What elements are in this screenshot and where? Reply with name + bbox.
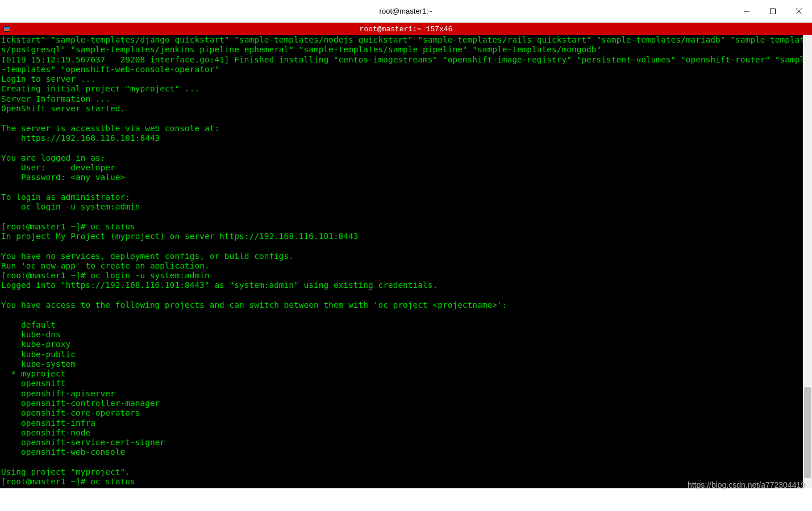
window-controls xyxy=(734,0,812,23)
terminal-line: kube-system xyxy=(1,359,811,369)
terminal-line: Password: <any value> xyxy=(1,173,811,182)
terminal-line: openshift-web-console xyxy=(1,447,811,457)
terminal-line: Creating initial project "myproject" ... xyxy=(1,84,811,94)
terminal-tab-icon xyxy=(2,25,11,33)
terminal-scrollbar[interactable] xyxy=(803,35,812,488)
terminal-line: The server is accessible via web console… xyxy=(1,124,811,133)
terminal-line: openshift xyxy=(1,379,811,388)
terminal-line: kube-proxy xyxy=(1,340,811,349)
window-titlebar: root@master1:~ xyxy=(0,0,812,23)
terminal-tab-bar: root@master1:~ 157x46 xyxy=(0,23,812,35)
svg-rect-1 xyxy=(771,9,776,14)
terminal-line: Login to server ... xyxy=(1,74,811,84)
terminal-line: [root@master1 ~]# oc status xyxy=(1,222,811,232)
terminal-line: openshift-node xyxy=(1,428,811,438)
terminal-line: You are logged in as: xyxy=(1,153,811,163)
terminal-line: Logged into "https://192.168.116.101:844… xyxy=(1,280,811,290)
terminal-line: ickstart" "sample-templates/django quick… xyxy=(1,35,811,55)
terminal-line xyxy=(1,310,811,320)
terminal-line: OpenShift server started. xyxy=(1,104,811,114)
terminal-line: oc login -u system:admin xyxy=(1,202,811,212)
watermark-text: https://blog.csdn.net/a772304419 xyxy=(688,480,805,489)
window-title: root@master1:~ xyxy=(380,7,433,15)
terminal-line xyxy=(1,212,811,221)
maximize-button[interactable] xyxy=(760,0,786,23)
scrollbar-thumb[interactable] xyxy=(804,387,811,478)
terminal-line: Run 'oc new-app' to create an applicatio… xyxy=(1,261,811,271)
terminal-line xyxy=(1,114,811,123)
bottom-strip xyxy=(0,488,812,510)
terminal-output[interactable]: ickstart" "sample-templates/django quick… xyxy=(0,35,812,488)
terminal-line xyxy=(1,143,811,153)
terminal-line: openshift-service-cert-signer xyxy=(1,438,811,447)
terminal-line: You have access to the following project… xyxy=(1,300,811,310)
terminal-line: openshift-infra xyxy=(1,418,811,428)
terminal-line: I0119 15:12:19.567637 29208 interface.go… xyxy=(1,55,811,75)
terminal-line xyxy=(1,241,811,251)
terminal-tab-title: root@master1:~ 157x46 xyxy=(360,25,453,33)
terminal-line: openshift-core-operators xyxy=(1,408,811,418)
terminal-line: You have no services, deployment configs… xyxy=(1,252,811,261)
terminal-line: default xyxy=(1,320,811,330)
terminal-line: https://192.168.116.101:8443 xyxy=(1,133,811,143)
terminal-line: In project My Project (myproject) on ser… xyxy=(1,232,811,241)
terminal-line xyxy=(1,182,811,192)
terminal-line: To login as administrator: xyxy=(1,192,811,202)
terminal-line: * myproject xyxy=(1,369,811,379)
terminal-line: openshift-controller-manager xyxy=(1,399,811,408)
terminal-line: kube-public xyxy=(1,350,811,359)
terminal-line: openshift-apiserver xyxy=(1,389,811,399)
close-button[interactable] xyxy=(786,0,812,23)
terminal-line: Server Information ... xyxy=(1,94,811,104)
terminal-line: User: developer xyxy=(1,163,811,173)
terminal-line xyxy=(1,291,811,300)
minimize-button[interactable] xyxy=(734,0,760,23)
terminal-line: Using project "myproject". xyxy=(1,467,811,477)
terminal-line: kube-dns xyxy=(1,330,811,340)
terminal-line: [root@master1 ~]# oc login -u system:adm… xyxy=(1,271,811,280)
terminal-line xyxy=(1,458,811,467)
